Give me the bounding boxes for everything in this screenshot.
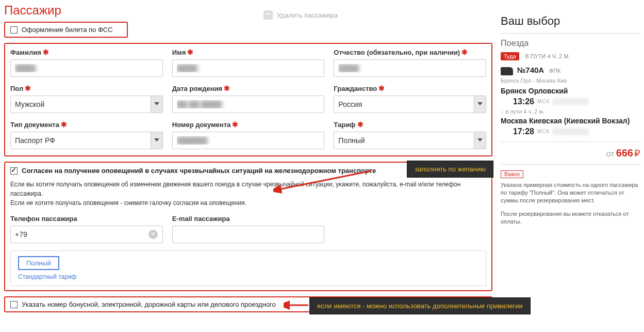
travel-time: В ПУТИ 4 Ч. 2 М. (525, 53, 570, 59)
price-note-2: После резервирования вы можете отказатьс… (501, 210, 640, 226)
email-label: E-mail пассажира (172, 215, 325, 223)
sidebar-trains-heading: Поезда (501, 39, 640, 48)
doctype-select[interactable]: Паспорт РФ (10, 132, 163, 149)
tariff-select[interactable]: Полный (334, 132, 486, 149)
arrival-time: 17:28 (513, 127, 534, 136)
departure-time: 13:26 (513, 97, 534, 106)
arrival-date (553, 128, 589, 135)
dob-input[interactable] (172, 96, 325, 113)
firstname-label: Имя✱ (172, 48, 325, 56)
firstname-input[interactable] (172, 59, 325, 77)
fss-label: Оформление билета по ФСС (22, 26, 113, 34)
gender-select[interactable]: Мужской (10, 96, 163, 113)
checkbox-icon (10, 301, 18, 308)
dob-label: Дата рождения✱ (172, 84, 325, 92)
notify-info: Если вы хотите получать оповещения об из… (10, 180, 486, 208)
msk-label: МСК (537, 99, 550, 104)
important-badge: Важно (501, 170, 523, 178)
chevron-down-icon (477, 138, 483, 141)
price-row: ОТ 666₽ (501, 147, 640, 159)
checkbox-checked-icon (10, 167, 18, 175)
notify-consent-label: Согласен на получение оповещений в случа… (22, 167, 376, 175)
docnum-input[interactable] (172, 132, 325, 149)
annotation-privileges: если имеются - можно использовать дополн… (309, 297, 531, 314)
tariff-summary: Полный Стандартный тариф (10, 250, 486, 286)
checkbox-icon (10, 26, 18, 34)
price-note-1: Указана примерная стоимость на одного па… (501, 181, 640, 205)
tariff-selected-badge[interactable]: Полный (18, 256, 59, 270)
msk-label: МСК (537, 129, 550, 134)
price-value: 666 (616, 147, 633, 159)
email-input[interactable] (172, 226, 325, 243)
lastname-input[interactable] (10, 59, 163, 77)
sidebar-title: Ваш выбор (501, 14, 640, 28)
route-short: Брянск Орл - Москва Кив (501, 77, 640, 84)
page-title: Пассажир (4, 3, 492, 18)
patronymic-input[interactable] (334, 59, 486, 77)
chevron-down-icon (154, 138, 159, 141)
sidebar: Ваш выбор Поезда Туда В ПУТИ 4 Ч. 2 М. №… (501, 3, 640, 318)
minus-icon (263, 10, 273, 20)
patronymic-label: Отчество (обязательно, при наличии)✱ (334, 48, 486, 56)
carrier: ФПК (549, 68, 561, 74)
citizenship-label: Гражданство✱ (334, 84, 486, 92)
train-number: №740А (517, 66, 544, 74)
phone-input[interactable] (10, 226, 163, 243)
chevron-down-icon (477, 102, 483, 105)
phone-label: Телефон пассажира (10, 215, 163, 223)
station-to: Москва Киевская (Киевский Вокзал) (501, 117, 640, 125)
bonus-card-label: Указать номер бонусной, электронной, дор… (22, 301, 276, 308)
direction-badge: Туда (501, 52, 519, 60)
enroute: в пути 4 ч. 2 м. (501, 108, 640, 115)
annotation-optional: заполнять по желанию (407, 161, 493, 178)
departure-date (553, 98, 589, 105)
delete-label: Удалить пассажира (277, 11, 338, 19)
tariff-label: Тариф✱ (334, 120, 486, 129)
gender-label: Пол✱ (10, 84, 163, 92)
train-icon (501, 67, 513, 75)
delete-passenger-button[interactable]: Удалить пассажира (263, 10, 338, 20)
clear-icon[interactable]: × (148, 230, 158, 239)
lastname-label: Фамилия✱ (10, 48, 163, 56)
docnum-label: Номер документа✱ (172, 120, 325, 129)
doctype-label: Тип документа✱ (10, 120, 163, 129)
standard-tariff-link[interactable]: Стандартный тариф (18, 273, 478, 280)
fss-checkbox[interactable]: Оформление билета по ФСС (10, 26, 122, 34)
chevron-down-icon (154, 102, 159, 105)
station-from: Брянск Орловский (501, 87, 640, 95)
citizenship-select[interactable]: Россия (334, 96, 486, 113)
